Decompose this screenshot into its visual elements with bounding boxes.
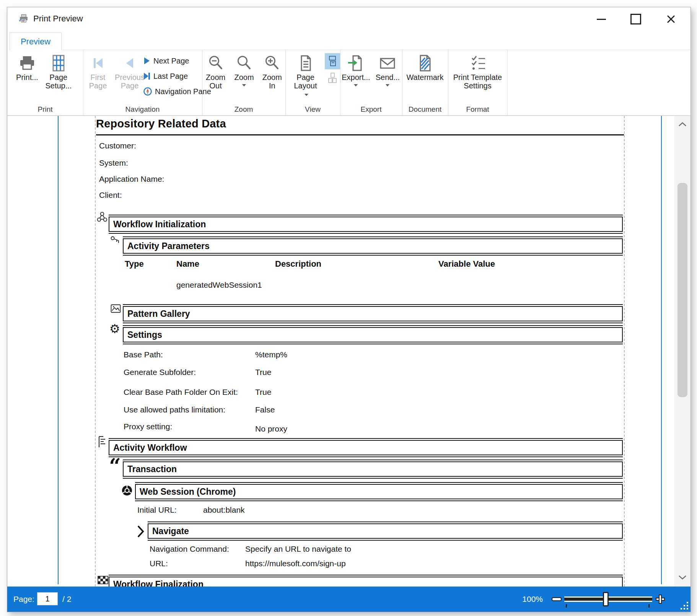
gear-icon: ⚙: [109, 323, 120, 335]
print-button[interactable]: Print...: [15, 52, 40, 82]
zoom-percent: 100%: [516, 587, 543, 612]
group-caption-format: Format: [448, 105, 507, 114]
navigation-pane-button[interactable]: Navigation Pane: [143, 84, 211, 99]
navigate-key: Navigation Command:: [150, 544, 229, 554]
section-settings: Settings: [123, 327, 623, 342]
zoom-dropdown-arrow: [242, 84, 246, 86]
ribbon-group-navigation: First Page Previous Page Next Pa: [83, 50, 202, 115]
page-setup-icon: [50, 53, 67, 73]
scroll-up-button[interactable]: [674, 117, 690, 131]
first-page-icon: [90, 53, 106, 73]
group-caption-zoom: Zoom: [202, 105, 285, 114]
col-header-type: Type: [125, 259, 144, 269]
key-icon: [111, 235, 121, 246]
group-caption-export: Export: [340, 105, 402, 114]
continuous-view-button[interactable]: [325, 53, 340, 69]
col-header-name: Name: [176, 259, 199, 269]
ribbon-group-zoom: Zoom Out Zoom: [202, 50, 286, 115]
navigate-value: https://mulesoft.com/sign-up: [245, 559, 346, 568]
zoom-slider-plus-button[interactable]: [655, 593, 666, 605]
chevron-right-icon: [137, 525, 145, 539]
field-customer: Customer:: [99, 141, 136, 150]
section-activity-parameters: Activity Parameters: [123, 238, 623, 254]
activity-workflow-icon: [98, 436, 106, 450]
first-page-button[interactable]: First Page: [85, 52, 111, 91]
maximize-icon: [630, 14, 641, 24]
doc-title-rule: [96, 134, 624, 135]
continuous-view-icon: [327, 55, 337, 67]
watermark-button[interactable]: Watermark: [402, 52, 448, 82]
navigate-value: Specify an URL to navigate to: [245, 544, 351, 554]
section-web-session: Web Session (Chrome): [135, 484, 623, 499]
slider-tick: [566, 604, 567, 608]
chevron-down-icon: [678, 575, 687, 580]
checkered-flag-icon: [98, 576, 108, 587]
zoom-slider-minus-button[interactable]: [552, 597, 562, 601]
export-icon: [347, 53, 365, 73]
section-pattern-gallery: Pattern Gallery: [123, 306, 623, 321]
send-envelope-icon: [379, 53, 396, 73]
settings-value: No proxy: [255, 424, 287, 433]
chevron-up-icon: [678, 122, 687, 127]
section-workflow-initialization: Workflow Initialization: [109, 217, 623, 232]
settings-value: %temp%: [255, 350, 287, 359]
titlebar: Print Preview: [7, 7, 690, 32]
field-application-name: Application Name:: [99, 174, 164, 184]
ribbon-group-format: Print Template Settings Format: [448, 50, 508, 115]
vertical-scrollbar[interactable]: [674, 116, 690, 587]
zoom-slider-thumb[interactable]: [603, 592, 609, 606]
print-template-settings-button[interactable]: Print Template Settings: [448, 52, 507, 91]
section-activity-workflow: Activity Workflow: [109, 440, 623, 455]
zoom-out-button[interactable]: Zoom Out: [202, 52, 229, 91]
maximize-button[interactable]: [626, 10, 645, 29]
export-button[interactable]: Export...: [340, 52, 372, 88]
window-title: Print Preview: [33, 14, 83, 24]
resize-grip[interactable]: [681, 602, 688, 609]
ribbon-group-export: Export... Send... Export: [340, 50, 402, 115]
close-button[interactable]: [661, 10, 681, 29]
field-client: Client:: [99, 191, 122, 200]
settings-value: False: [255, 405, 275, 414]
col-header-variable-value: Variable Value: [438, 259, 495, 269]
group-caption-document: Document: [402, 105, 448, 114]
previous-page-icon: [121, 53, 138, 73]
printer-icon: [18, 53, 36, 73]
watermark-icon: [416, 53, 434, 73]
slider-tick: [648, 604, 650, 608]
page-layout-button[interactable]: Page Layout: [290, 52, 321, 99]
tab-preview[interactable]: Preview: [10, 33, 62, 51]
last-page-icon: [143, 72, 150, 80]
scroll-down-button[interactable]: [674, 570, 690, 584]
web-session-value: about:blank: [203, 505, 245, 515]
print-preview-window: Print Preview Preview: [7, 7, 691, 612]
export-dropdown-arrow: [354, 84, 358, 86]
page-left-edge: [58, 116, 59, 584]
page-layout-dropdown-arrow: [305, 94, 308, 96]
right-margin-guide: [624, 116, 625, 587]
next-page-button[interactable]: Next Page: [143, 53, 211, 68]
scrollbar-thumb[interactable]: [677, 183, 687, 397]
left-margin-guide: [95, 116, 96, 587]
ribbon-group-print: Print... Page Setup... Prin: [7, 50, 83, 115]
zoom-in-button[interactable]: Zoom In: [259, 52, 285, 91]
next-page-icon: [143, 57, 150, 65]
send-button[interactable]: Send...: [373, 52, 402, 88]
last-page-button[interactable]: Last Page: [143, 68, 211, 84]
checklist-icon: [469, 53, 487, 73]
facing-pages-button[interactable]: [325, 70, 340, 86]
minimize-icon: [597, 19, 606, 20]
page-setup-button[interactable]: Page Setup...: [41, 52, 76, 91]
zoom-button[interactable]: Zoom: [231, 52, 257, 88]
ribbon-group-view: Page Layout: [285, 50, 340, 115]
section-transaction: Transaction: [123, 461, 623, 477]
facing-pages-icon: [327, 72, 337, 84]
group-caption-view: View: [285, 105, 340, 114]
settings-key: Use allowed paths limitation:: [124, 405, 225, 414]
page-number-input[interactable]: [37, 592, 58, 605]
chrome-icon: [121, 485, 133, 498]
col-header-description: Description: [275, 259, 321, 269]
minimize-button[interactable]: [592, 10, 611, 29]
previous-page-button[interactable]: Previous Page: [113, 52, 147, 91]
settings-value: True: [255, 368, 271, 377]
table-row-name: generatedWebSession1: [176, 280, 262, 290]
